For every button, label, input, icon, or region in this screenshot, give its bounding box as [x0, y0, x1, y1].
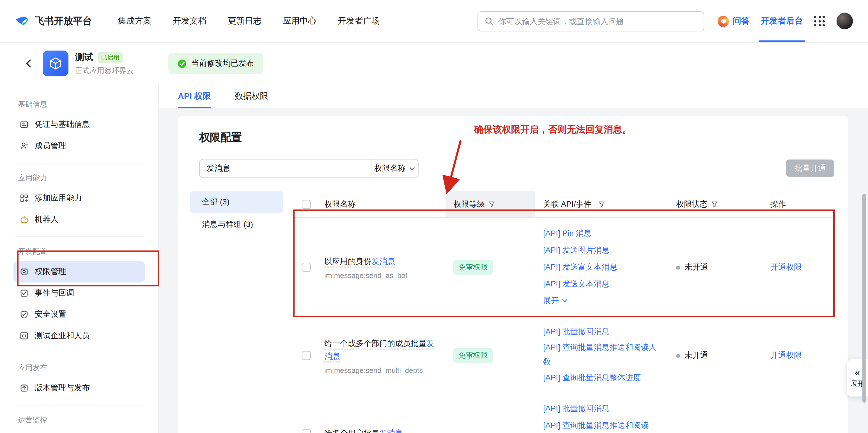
nav-item-docs[interactable]: 开发文档 [173, 16, 207, 26]
sidebar-divider [14, 163, 144, 164]
api-link[interactable]: [API] 查询批量消息推送和阅读 [543, 417, 663, 433]
sidebar-item-add-capability[interactable]: 添加应用能力 [13, 187, 145, 209]
annotation-text: 确保该权限开启，否则无法回复消息。 [474, 123, 631, 136]
search-field-selector[interactable]: 权限名称 [371, 160, 418, 177]
filter-funnel-icon[interactable] [598, 201, 606, 208]
nav-item-integration[interactable]: 集成方案 [118, 16, 152, 26]
back-chevron-icon [24, 58, 34, 68]
chevron-down-icon [562, 297, 568, 304]
sidebar-item-bot[interactable]: 机器人 [13, 209, 145, 230]
global-search-box[interactable] [477, 11, 704, 31]
permission-name-link[interactable]: 以应用的身份发消息 [324, 257, 395, 266]
sidebar-section-release: 应用发布 [18, 363, 145, 373]
enable-permission-link[interactable]: 开通权限 [770, 350, 802, 359]
api-link[interactable]: [API] 查询批量消息推送和阅读人数 [543, 340, 663, 369]
batch-enable-button[interactable]: 批量开通 [786, 160, 834, 177]
sidebar-item-permissions[interactable]: 权限管理 [13, 261, 145, 283]
header-permission-level: 权限等级 [445, 191, 535, 217]
tab-api-permission[interactable]: API 权限 [178, 84, 211, 108]
nav-item-app-center[interactable]: 应用中心 [283, 16, 316, 26]
nav-item-dev-plaza[interactable]: 开发者广场 [338, 16, 380, 26]
qa-entry[interactable]: 问答 [718, 16, 750, 27]
sidebar-divider [14, 353, 144, 353]
developer-console-tab[interactable]: 开发者后台 [761, 0, 803, 42]
header-permission-name: 权限名称 [316, 191, 445, 217]
header-related-apis: 关联 API/事件 [535, 191, 668, 217]
qa-icon [718, 16, 729, 27]
permission-categories: 全部 (3) 消息与群组 (3) [190, 191, 283, 236]
api-link[interactable]: [API] 批量撤回消息 [543, 323, 663, 340]
row-checkbox[interactable] [302, 351, 311, 360]
app-header: 测试 已启用 正式应用@环界云 当前修改均已发布 [0, 43, 868, 84]
enabled-status-badge: 已启用 [98, 52, 123, 63]
members-icon [19, 141, 29, 151]
row-checkbox[interactable] [302, 429, 311, 433]
brand[interactable]: 飞书开放平台 [14, 13, 92, 29]
permission-table: 权限名称 权限等级 关联 API/事件 权限状态 [294, 191, 834, 433]
api-link[interactable]: [API] 发送图片消息 [543, 241, 663, 258]
sidebar-item-version-release[interactable]: 版本管理与发布 [13, 377, 145, 399]
level-badge: 免审权限 [453, 348, 493, 363]
table-row-send-multi-depts: 给一个或多个部门的成员批量发消息 im:message:send_multi_d… [294, 317, 834, 394]
navbar-right: 问答 开发者后台 [718, 0, 854, 42]
status-dot [676, 353, 680, 357]
sidebar-item-members[interactable]: 成员管理 [13, 135, 145, 157]
table-row-send-multi-users: 给多个用户批量发消息 [API] 批量撤回消息 [API] 查询批量消息推送和阅… [294, 394, 834, 433]
shield-icon [19, 310, 29, 319]
safe-box-icon [19, 267, 29, 277]
back-button[interactable] [24, 58, 34, 68]
category-im-group[interactable]: 消息与群组 (3) [190, 213, 283, 236]
filter-funnel-icon[interactable] [711, 201, 718, 208]
publish-status-banner: 当前修改均已发布 [168, 53, 263, 74]
expand-apis-link[interactable]: 展开 [543, 292, 663, 309]
api-link[interactable]: [API] Pin 消息 [543, 225, 663, 241]
user-avatar[interactable] [836, 12, 854, 30]
tab-data-permission[interactable]: 数据权限 [235, 84, 268, 108]
app-name: 测试 [75, 51, 93, 63]
global-search-input[interactable] [498, 17, 697, 26]
sidebar-item-credentials[interactable]: 凭证与基础信息 [13, 114, 145, 135]
credential-card-icon [19, 120, 29, 129]
header-actions: 操作 [763, 191, 834, 217]
cube-icon [48, 56, 63, 71]
card-title: 权限配置 [199, 130, 242, 145]
filter-funnel-icon[interactable] [488, 201, 495, 208]
feishu-logo-icon [14, 13, 30, 29]
status-dot [676, 265, 680, 269]
apps-grid-icon[interactable] [814, 16, 825, 26]
permission-code: im:message:send_as_bot [324, 271, 435, 280]
sidebar-item-security[interactable]: 安全设置 [13, 304, 145, 325]
api-link[interactable]: [API] 查询批量消息整体进度 [543, 369, 663, 386]
sidebar-divider [14, 405, 144, 405]
category-all[interactable]: 全部 (3) [190, 191, 283, 213]
nav-item-changelog[interactable]: 更新日志 [228, 16, 261, 26]
permission-search-box: 权限名称 [199, 159, 418, 178]
permission-search-input[interactable] [200, 160, 371, 177]
permission-name-link[interactable]: 给一个或多个部门的成员批量发消息 [324, 338, 434, 360]
permission-name-link[interactable]: 给多个用户批量发消息 [324, 429, 403, 433]
enable-permission-link[interactable]: 开通权限 [770, 262, 802, 271]
main-content: API 权限 数据权限 权限配置 确保该权限开启，否则无法回复消息。 [159, 84, 868, 433]
level-badge: 免审权限 [453, 260, 493, 275]
status-text: 未开通 [684, 262, 708, 272]
vertical-scrollbar-thumb[interactable] [862, 194, 866, 403]
robot-icon [19, 215, 29, 224]
select-all-checkbox[interactable] [302, 200, 311, 209]
api-link[interactable]: [API] 发送富文本消息 [543, 258, 663, 275]
api-link[interactable]: [API] 发送文本消息 [543, 275, 663, 292]
feishu-open-platform-console: 飞书开放平台 集成方案 开发文档 更新日志 应用中心 开发者广场 问答 开发者后… [0, 0, 868, 433]
app-subtitle: 正式应用@环界云 [75, 65, 133, 76]
row-checkbox[interactable] [302, 263, 311, 272]
sidebar-item-events[interactable]: 事件与回调 [13, 283, 145, 304]
code-brackets-icon [19, 331, 29, 341]
permission-config-card: 权限配置 确保该权限开启，否则无法回复消息。 权限名称 [178, 116, 848, 433]
sidebar-item-test-org[interactable]: 测试企业和人员 [13, 325, 145, 347]
api-link[interactable]: [API] 批量撤回消息 [543, 400, 663, 417]
primary-nav: 集成方案 开发文档 更新日志 应用中心 开发者广场 [118, 16, 380, 26]
permission-tabs: API 权限 数据权限 [159, 84, 868, 108]
sidebar-section-capability: 应用能力 [18, 173, 145, 183]
search-match-highlight: 发消息 [371, 257, 395, 266]
header-permission-status: 权限状态 [668, 191, 763, 217]
annotation-arrow [437, 138, 473, 194]
brand-name: 飞书开放平台 [35, 15, 92, 28]
